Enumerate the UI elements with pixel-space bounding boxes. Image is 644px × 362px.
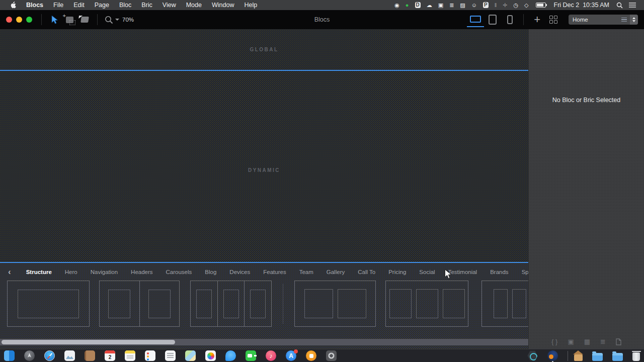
category-navigation[interactable]: Navigation — [91, 269, 118, 275]
menu-window[interactable]: Window — [207, 0, 239, 10]
category-brands[interactable]: Brands — [490, 269, 508, 275]
global-bloc-area[interactable]: GLOBAL — [0, 29, 528, 70]
menu-page[interactable]: Page — [90, 0, 114, 10]
dock-running-app-icon[interactable] — [547, 350, 558, 361]
menu-view[interactable]: View — [157, 0, 181, 10]
device-tablet-button[interactable] — [484, 12, 501, 27]
category-blog[interactable]: Blog — [205, 269, 216, 275]
dock-contacts-icon[interactable] — [85, 350, 95, 361]
menu-blocs[interactable]: Blocs — [21, 0, 48, 10]
zoom-window-button[interactable] — [26, 17, 32, 23]
dock-documents-folder-icon[interactable] — [592, 353, 603, 361]
menu-edit[interactable]: Edit — [68, 0, 90, 10]
bloc-thumbnail-2col[interactable] — [294, 281, 376, 327]
dock-system-preferences-icon[interactable] — [326, 350, 337, 361]
category-testimonial[interactable]: Testimonial — [448, 269, 477, 275]
code-tab-icon[interactable]: { } — [551, 338, 557, 346]
grid-tab-icon[interactable]: ▦ — [584, 338, 590, 346]
spotlight-search-icon[interactable] — [613, 2, 626, 9]
dock-maps-icon[interactable] — [185, 350, 196, 361]
dock-blocs-app-icon[interactable] — [527, 350, 538, 361]
bloc-thumbnail-3col-narrow[interactable] — [481, 281, 528, 327]
bloc-thumbnail-3col[interactable] — [385, 281, 468, 327]
notification-center-icon[interactable] — [626, 2, 639, 8]
screen-record-icon[interactable]: ◉ — [391, 0, 403, 10]
device-desktop-button[interactable] — [467, 12, 484, 27]
category-social[interactable]: Social — [419, 269, 435, 275]
category-features[interactable]: Features — [263, 269, 286, 275]
columns-icon[interactable]: ‖ — [492, 0, 500, 10]
menu-help[interactable]: Help — [239, 0, 262, 10]
dock-preview-icon[interactable] — [64, 350, 75, 361]
apple-menu-icon[interactable] — [5, 2, 21, 9]
category-call-to[interactable]: Call To — [358, 269, 375, 275]
frame-tab-icon[interactable]: ▣ — [568, 338, 574, 346]
paint-style-tool-button[interactable] — [77, 13, 92, 26]
dock-textedit-icon[interactable] — [165, 350, 176, 361]
time-machine-icon[interactable]: ◷ — [510, 0, 521, 10]
bloc-browser-scrollbar-thumb[interactable] — [2, 340, 175, 344]
menu-file[interactable]: File — [48, 0, 68, 10]
minimize-window-button[interactable] — [16, 17, 22, 23]
category-pricing[interactable]: Pricing — [388, 269, 406, 275]
dock-messages-icon[interactable] — [225, 350, 236, 361]
category-structure[interactable]: Structure — [26, 269, 52, 275]
stack-icon[interactable]: ≣ — [446, 0, 457, 10]
toolbar-separator — [41, 14, 42, 25]
menubar-clock[interactable]: Fri Dec 2 10:35 AM — [550, 2, 613, 9]
menu-bric[interactable]: Bric — [136, 0, 157, 10]
page-select-dropdown[interactable]: Home — [569, 15, 638, 25]
category-gallery[interactable]: Gallery — [327, 269, 345, 275]
menu-mode[interactable]: Mode — [181, 0, 207, 10]
zoom-level-value: 70% — [122, 17, 134, 23]
toolbar-separator — [97, 14, 98, 25]
battery-icon[interactable] — [532, 3, 550, 8]
dock-finder-icon[interactable] — [4, 350, 15, 361]
select-tool-button[interactable] — [47, 13, 62, 26]
dock-home-folder-icon[interactable] — [574, 354, 583, 361]
face-icon[interactable]: ☺ — [468, 0, 480, 10]
dock-appstore-icon[interactable]: A — [286, 350, 296, 361]
dock-reminders-icon[interactable] — [145, 350, 155, 361]
bloc-thumbnail-1col[interactable] — [7, 281, 90, 327]
phone-icon — [507, 15, 513, 24]
dock-safari-icon[interactable] — [44, 350, 55, 361]
expand-icon[interactable]: ▣ — [435, 0, 446, 10]
diamond-icon[interactable]: ◇ — [521, 0, 531, 10]
list-tab-icon[interactable]: ≣ — [600, 338, 606, 346]
category-prev-button[interactable]: ‹ — [6, 266, 13, 278]
dock-notes-icon[interactable] — [125, 350, 135, 361]
bloc-thumbnail-2col-divided[interactable] — [99, 281, 180, 327]
bloc-browser-scrollbar-track[interactable] — [0, 339, 528, 345]
d-app-icon[interactable]: D — [412, 2, 424, 8]
category-hero[interactable]: Hero — [65, 269, 77, 275]
close-window-button[interactable] — [6, 17, 12, 23]
menu-bloc[interactable]: Bloc — [114, 0, 136, 10]
bloc-thumbnail-3col-divided[interactable] — [190, 281, 272, 327]
dock-photos-icon[interactable] — [205, 350, 216, 361]
page-grid-button[interactable] — [545, 16, 561, 24]
category-carousels[interactable]: Carousels — [166, 269, 192, 275]
page-select-stepper[interactable] — [630, 15, 638, 25]
move-arrows-icon[interactable]: ✛ — [500, 0, 510, 10]
dock-downloads-folder-icon[interactable] — [612, 353, 623, 361]
dock-itunes-icon[interactable]: ♪ — [266, 350, 276, 361]
cloud-icon[interactable]: ☁ — [424, 0, 435, 10]
device-phone-button[interactable] — [501, 12, 518, 27]
dock-orange-app-icon[interactable] — [306, 350, 316, 361]
dock-trash-icon[interactable] — [632, 352, 640, 361]
add-bric-tool-button[interactable] — [62, 13, 77, 26]
striped-square-icon[interactable]: ▨ — [457, 0, 468, 10]
dock-facetime-icon[interactable] — [246, 350, 256, 361]
category-headers[interactable]: Headers — [131, 269, 152, 275]
green-app-icon[interactable]: ● — [403, 0, 412, 10]
zoom-menu-button[interactable] — [105, 16, 119, 24]
category-devices[interactable]: Devices — [229, 269, 250, 275]
p-app-icon[interactable]: P — [480, 2, 492, 8]
dock-launchpad-icon[interactable] — [24, 350, 35, 361]
page-tab-icon[interactable] — [616, 338, 621, 345]
dock-calendar-icon[interactable]: 2 — [105, 350, 115, 361]
category-team[interactable]: Team — [299, 269, 313, 275]
add-page-button[interactable]: + — [529, 13, 545, 26]
dynamic-bloc-area[interactable]: DYNAMIC — [0, 71, 528, 262]
